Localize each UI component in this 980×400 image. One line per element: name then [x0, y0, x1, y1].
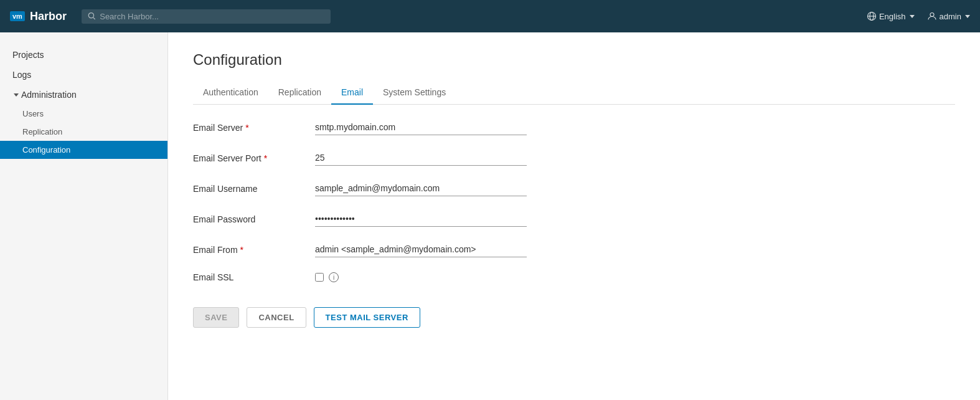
sidebar-item-users[interactable]: Users	[0, 105, 167, 123]
language-chevron-icon	[910, 15, 915, 18]
cancel-button[interactable]: CANCEL	[247, 307, 306, 328]
tab-authentication[interactable]: Authentication	[193, 81, 268, 105]
email-from-label: Email From *	[193, 245, 305, 255]
form-buttons: SAVE CANCEL TEST MAIL SERVER	[193, 307, 955, 328]
page-title: Configuration	[193, 51, 955, 69]
email-server-port-label: Email Server Port *	[193, 153, 305, 163]
email-username-input-wrapper	[315, 181, 527, 196]
test-mail-server-button[interactable]: TEST MAIL SERVER	[314, 307, 420, 328]
svg-point-0	[88, 13, 93, 18]
email-password-input-wrapper	[315, 211, 527, 227]
email-password-label: Email Password	[193, 214, 305, 224]
email-ssl-row: Email SSL i	[193, 272, 955, 282]
tab-replication[interactable]: Replication	[268, 81, 331, 105]
sidebar-projects-label: Projects	[12, 50, 44, 60]
email-config-form: Email Server * Email Server Port *	[193, 120, 955, 328]
nav-right: English admin	[867, 11, 970, 21]
sidebar-replication-label: Replication	[22, 127, 62, 136]
email-server-port-required-star: *	[264, 153, 267, 163]
globe-icon	[867, 11, 877, 21]
tab-email[interactable]: Email	[331, 81, 373, 105]
tab-system-settings[interactable]: System Settings	[373, 81, 456, 105]
administration-chevron-icon	[14, 93, 19, 97]
user-label: admin	[940, 12, 961, 21]
email-server-label: Email Server *	[193, 123, 305, 133]
sidebar-item-projects[interactable]: Projects	[0, 45, 167, 65]
email-password-input[interactable]	[315, 211, 527, 227]
email-username-label: Email Username	[193, 184, 305, 194]
search-bar[interactable]	[82, 9, 331, 24]
email-server-required-star: *	[245, 123, 248, 133]
email-server-port-row: Email Server Port *	[193, 150, 955, 166]
search-input[interactable]	[100, 12, 324, 21]
save-button[interactable]: SAVE	[193, 307, 239, 328]
svg-point-5	[930, 13, 934, 17]
email-password-row: Email Password	[193, 211, 955, 227]
search-icon	[88, 12, 96, 21]
sidebar-administration-label: Administration	[21, 90, 77, 100]
email-from-input[interactable]	[315, 242, 527, 257]
email-username-row: Email Username	[193, 181, 955, 196]
app-logo[interactable]: vm Harbor	[10, 10, 67, 23]
email-server-input-wrapper	[315, 120, 527, 135]
email-from-required-star: *	[240, 245, 243, 255]
sidebar-users-label: Users	[22, 109, 44, 118]
email-from-input-wrapper	[315, 242, 527, 257]
svg-line-1	[93, 17, 95, 19]
user-chevron-icon	[965, 15, 970, 18]
sidebar-item-configuration[interactable]: Configuration	[0, 141, 167, 159]
tabs-bar: Authentication Replication Email System …	[193, 81, 955, 105]
user-menu[interactable]: admin	[927, 11, 970, 21]
email-server-row: Email Server *	[193, 120, 955, 135]
main-layout: Projects Logs Administration Users Repli…	[0, 32, 980, 400]
sidebar-item-logs[interactable]: Logs	[0, 65, 167, 85]
email-ssl-label: Email SSL	[193, 272, 305, 282]
email-username-input[interactable]	[315, 181, 527, 196]
main-content: Configuration Authentication Replication…	[168, 32, 980, 400]
email-ssl-checkbox[interactable]	[315, 273, 324, 282]
email-server-input[interactable]	[315, 120, 527, 135]
email-server-port-input[interactable]	[315, 150, 527, 166]
app-name: Harbor	[30, 10, 67, 23]
email-ssl-info-icon[interactable]: i	[329, 272, 339, 282]
email-server-port-input-wrapper	[315, 150, 527, 166]
language-selector[interactable]: English	[867, 11, 915, 21]
sidebar-configuration-label: Configuration	[22, 145, 70, 155]
user-icon	[927, 11, 937, 21]
email-from-row: Email From *	[193, 242, 955, 257]
top-navigation: vm Harbor English admin	[0, 0, 980, 32]
language-label: English	[879, 12, 906, 21]
sidebar: Projects Logs Administration Users Repli…	[0, 32, 168, 400]
sidebar-section-administration[interactable]: Administration	[0, 85, 167, 105]
email-ssl-checkbox-wrapper: i	[315, 272, 339, 282]
sidebar-item-replication[interactable]: Replication	[0, 123, 167, 141]
sidebar-logs-label: Logs	[12, 70, 31, 80]
vm-icon: vm	[10, 11, 25, 21]
